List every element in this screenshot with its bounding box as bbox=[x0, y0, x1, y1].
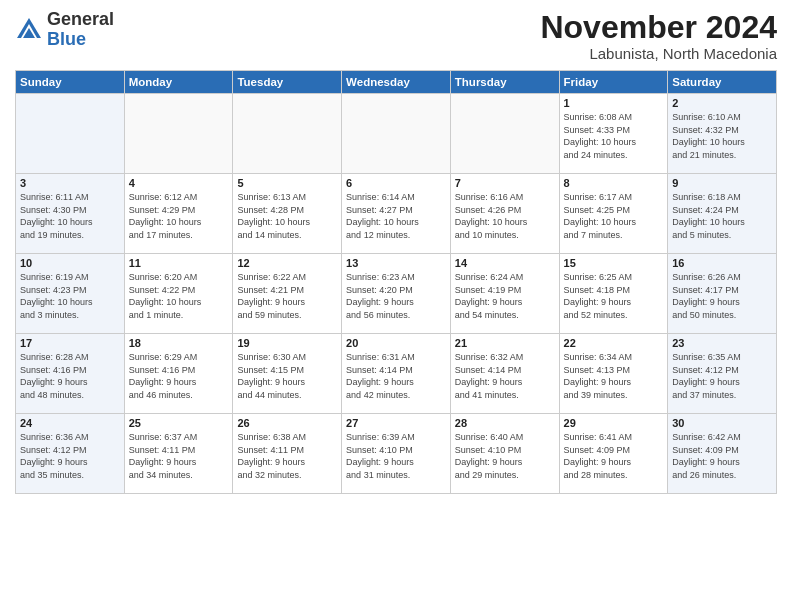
day-number: 5 bbox=[237, 177, 337, 189]
day-info: Sunrise: 6:37 AM Sunset: 4:11 PM Dayligh… bbox=[129, 431, 229, 481]
day-info: Sunrise: 6:08 AM Sunset: 4:33 PM Dayligh… bbox=[564, 111, 664, 161]
calendar-cell bbox=[233, 94, 342, 174]
calendar-week-4: 17Sunrise: 6:28 AM Sunset: 4:16 PM Dayli… bbox=[16, 334, 777, 414]
calendar-cell: 6Sunrise: 6:14 AM Sunset: 4:27 PM Daylig… bbox=[342, 174, 451, 254]
day-info: Sunrise: 6:38 AM Sunset: 4:11 PM Dayligh… bbox=[237, 431, 337, 481]
day-number: 4 bbox=[129, 177, 229, 189]
calendar-cell: 13Sunrise: 6:23 AM Sunset: 4:20 PM Dayli… bbox=[342, 254, 451, 334]
day-number: 16 bbox=[672, 257, 772, 269]
calendar-cell bbox=[450, 94, 559, 174]
calendar-cell: 25Sunrise: 6:37 AM Sunset: 4:11 PM Dayli… bbox=[124, 414, 233, 494]
day-number: 15 bbox=[564, 257, 664, 269]
day-info: Sunrise: 6:24 AM Sunset: 4:19 PM Dayligh… bbox=[455, 271, 555, 321]
calendar-cell: 21Sunrise: 6:32 AM Sunset: 4:14 PM Dayli… bbox=[450, 334, 559, 414]
calendar-cell: 27Sunrise: 6:39 AM Sunset: 4:10 PM Dayli… bbox=[342, 414, 451, 494]
calendar-cell: 10Sunrise: 6:19 AM Sunset: 4:23 PM Dayli… bbox=[16, 254, 125, 334]
col-sunday: Sunday bbox=[16, 71, 125, 94]
day-number: 30 bbox=[672, 417, 772, 429]
day-number: 21 bbox=[455, 337, 555, 349]
day-info: Sunrise: 6:40 AM Sunset: 4:10 PM Dayligh… bbox=[455, 431, 555, 481]
calendar-cell: 7Sunrise: 6:16 AM Sunset: 4:26 PM Daylig… bbox=[450, 174, 559, 254]
calendar-cell: 8Sunrise: 6:17 AM Sunset: 4:25 PM Daylig… bbox=[559, 174, 668, 254]
day-info: Sunrise: 6:20 AM Sunset: 4:22 PM Dayligh… bbox=[129, 271, 229, 321]
logo-blue: Blue bbox=[47, 29, 86, 49]
day-info: Sunrise: 6:42 AM Sunset: 4:09 PM Dayligh… bbox=[672, 431, 772, 481]
calendar-cell: 9Sunrise: 6:18 AM Sunset: 4:24 PM Daylig… bbox=[668, 174, 777, 254]
logo-general: General bbox=[47, 9, 114, 29]
day-info: Sunrise: 6:23 AM Sunset: 4:20 PM Dayligh… bbox=[346, 271, 446, 321]
calendar-cell: 11Sunrise: 6:20 AM Sunset: 4:22 PM Dayli… bbox=[124, 254, 233, 334]
calendar-header-row: Sunday Monday Tuesday Wednesday Thursday… bbox=[16, 71, 777, 94]
calendar-cell: 30Sunrise: 6:42 AM Sunset: 4:09 PM Dayli… bbox=[668, 414, 777, 494]
day-number: 3 bbox=[20, 177, 120, 189]
calendar: Sunday Monday Tuesday Wednesday Thursday… bbox=[15, 70, 777, 494]
day-info: Sunrise: 6:31 AM Sunset: 4:14 PM Dayligh… bbox=[346, 351, 446, 401]
day-number: 26 bbox=[237, 417, 337, 429]
logo-text: General Blue bbox=[47, 10, 114, 50]
col-monday: Monday bbox=[124, 71, 233, 94]
calendar-cell: 16Sunrise: 6:26 AM Sunset: 4:17 PM Dayli… bbox=[668, 254, 777, 334]
day-info: Sunrise: 6:32 AM Sunset: 4:14 PM Dayligh… bbox=[455, 351, 555, 401]
calendar-cell: 20Sunrise: 6:31 AM Sunset: 4:14 PM Dayli… bbox=[342, 334, 451, 414]
calendar-week-3: 10Sunrise: 6:19 AM Sunset: 4:23 PM Dayli… bbox=[16, 254, 777, 334]
logo-icon bbox=[15, 16, 43, 44]
day-info: Sunrise: 6:18 AM Sunset: 4:24 PM Dayligh… bbox=[672, 191, 772, 241]
col-wednesday: Wednesday bbox=[342, 71, 451, 94]
day-info: Sunrise: 6:28 AM Sunset: 4:16 PM Dayligh… bbox=[20, 351, 120, 401]
day-number: 24 bbox=[20, 417, 120, 429]
day-info: Sunrise: 6:12 AM Sunset: 4:29 PM Dayligh… bbox=[129, 191, 229, 241]
day-info: Sunrise: 6:25 AM Sunset: 4:18 PM Dayligh… bbox=[564, 271, 664, 321]
page: General Blue November 2024 Labunista, No… bbox=[0, 0, 792, 612]
calendar-cell: 28Sunrise: 6:40 AM Sunset: 4:10 PM Dayli… bbox=[450, 414, 559, 494]
day-number: 12 bbox=[237, 257, 337, 269]
day-number: 18 bbox=[129, 337, 229, 349]
day-number: 14 bbox=[455, 257, 555, 269]
day-info: Sunrise: 6:22 AM Sunset: 4:21 PM Dayligh… bbox=[237, 271, 337, 321]
calendar-cell: 2Sunrise: 6:10 AM Sunset: 4:32 PM Daylig… bbox=[668, 94, 777, 174]
col-friday: Friday bbox=[559, 71, 668, 94]
day-info: Sunrise: 6:16 AM Sunset: 4:26 PM Dayligh… bbox=[455, 191, 555, 241]
day-info: Sunrise: 6:26 AM Sunset: 4:17 PM Dayligh… bbox=[672, 271, 772, 321]
day-number: 28 bbox=[455, 417, 555, 429]
day-number: 6 bbox=[346, 177, 446, 189]
calendar-cell: 12Sunrise: 6:22 AM Sunset: 4:21 PM Dayli… bbox=[233, 254, 342, 334]
day-number: 23 bbox=[672, 337, 772, 349]
day-info: Sunrise: 6:36 AM Sunset: 4:12 PM Dayligh… bbox=[20, 431, 120, 481]
day-info: Sunrise: 6:35 AM Sunset: 4:12 PM Dayligh… bbox=[672, 351, 772, 401]
day-number: 7 bbox=[455, 177, 555, 189]
day-number: 19 bbox=[237, 337, 337, 349]
col-saturday: Saturday bbox=[668, 71, 777, 94]
title-block: November 2024 Labunista, North Macedonia bbox=[540, 10, 777, 62]
calendar-week-1: 1Sunrise: 6:08 AM Sunset: 4:33 PM Daylig… bbox=[16, 94, 777, 174]
calendar-cell: 4Sunrise: 6:12 AM Sunset: 4:29 PM Daylig… bbox=[124, 174, 233, 254]
calendar-cell: 1Sunrise: 6:08 AM Sunset: 4:33 PM Daylig… bbox=[559, 94, 668, 174]
calendar-cell: 23Sunrise: 6:35 AM Sunset: 4:12 PM Dayli… bbox=[668, 334, 777, 414]
day-number: 29 bbox=[564, 417, 664, 429]
day-info: Sunrise: 6:34 AM Sunset: 4:13 PM Dayligh… bbox=[564, 351, 664, 401]
day-info: Sunrise: 6:14 AM Sunset: 4:27 PM Dayligh… bbox=[346, 191, 446, 241]
calendar-cell: 18Sunrise: 6:29 AM Sunset: 4:16 PM Dayli… bbox=[124, 334, 233, 414]
location: Labunista, North Macedonia bbox=[540, 45, 777, 62]
day-info: Sunrise: 6:10 AM Sunset: 4:32 PM Dayligh… bbox=[672, 111, 772, 161]
day-info: Sunrise: 6:11 AM Sunset: 4:30 PM Dayligh… bbox=[20, 191, 120, 241]
calendar-cell: 17Sunrise: 6:28 AM Sunset: 4:16 PM Dayli… bbox=[16, 334, 125, 414]
month-title: November 2024 bbox=[540, 10, 777, 45]
calendar-cell: 14Sunrise: 6:24 AM Sunset: 4:19 PM Dayli… bbox=[450, 254, 559, 334]
day-number: 22 bbox=[564, 337, 664, 349]
day-number: 25 bbox=[129, 417, 229, 429]
calendar-cell bbox=[16, 94, 125, 174]
calendar-cell: 22Sunrise: 6:34 AM Sunset: 4:13 PM Dayli… bbox=[559, 334, 668, 414]
calendar-week-2: 3Sunrise: 6:11 AM Sunset: 4:30 PM Daylig… bbox=[16, 174, 777, 254]
day-number: 9 bbox=[672, 177, 772, 189]
day-info: Sunrise: 6:41 AM Sunset: 4:09 PM Dayligh… bbox=[564, 431, 664, 481]
day-info: Sunrise: 6:29 AM Sunset: 4:16 PM Dayligh… bbox=[129, 351, 229, 401]
day-number: 10 bbox=[20, 257, 120, 269]
day-info: Sunrise: 6:13 AM Sunset: 4:28 PM Dayligh… bbox=[237, 191, 337, 241]
day-info: Sunrise: 6:30 AM Sunset: 4:15 PM Dayligh… bbox=[237, 351, 337, 401]
calendar-cell bbox=[342, 94, 451, 174]
day-info: Sunrise: 6:19 AM Sunset: 4:23 PM Dayligh… bbox=[20, 271, 120, 321]
logo: General Blue bbox=[15, 10, 114, 50]
day-number: 2 bbox=[672, 97, 772, 109]
calendar-cell: 26Sunrise: 6:38 AM Sunset: 4:11 PM Dayli… bbox=[233, 414, 342, 494]
col-thursday: Thursday bbox=[450, 71, 559, 94]
